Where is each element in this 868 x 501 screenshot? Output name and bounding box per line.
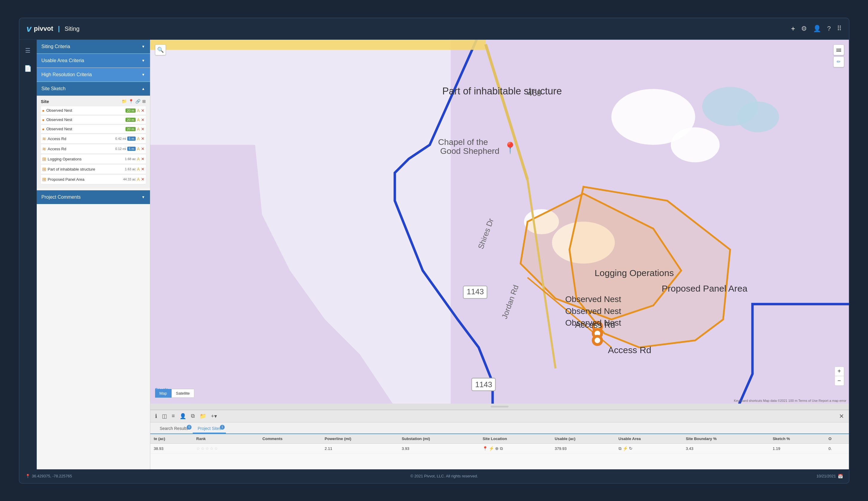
settings-icon[interactable]: ⚙ — [801, 25, 807, 33]
usable-area-section: Usable Area Criteria ▼ — [37, 54, 150, 68]
access-rd-delete-1[interactable]: ✕ — [141, 136, 144, 141]
add-icon[interactable]: + — [791, 24, 795, 33]
site-sketch-section: Site Sketch ▲ — [37, 82, 150, 96]
site-title: Site — [41, 99, 49, 104]
logging-edit[interactable]: A — [137, 157, 140, 161]
panel-table-container: te (ac) Rank Comments Powerline (mi) Sub… — [150, 434, 849, 469]
site-title-row: Site 📁 📍 🔗 ⊞ — [41, 99, 146, 104]
observed-nest-delete-1[interactable]: ✕ — [141, 108, 144, 113]
usable-refresh-icon[interactable]: ↻ — [629, 446, 633, 451]
site-grid-icon[interactable]: ⊞ — [142, 99, 146, 104]
panel-area-delete[interactable]: ✕ — [141, 177, 144, 182]
list-item: ≋ Access Rd 0.12 mi 5 m A ✕ — [41, 144, 146, 154]
svg-text:1143: 1143 — [475, 380, 492, 389]
map-draw-button[interactable]: ✏ — [833, 56, 844, 67]
map-container[interactable]: 1194 — [150, 40, 849, 404]
footer-calendar-icon: 📅 — [838, 474, 843, 479]
sidebar-document-icon[interactable]: 📄 — [22, 62, 34, 74]
panel-add-icon[interactable]: +▾ — [211, 413, 217, 419]
star-4[interactable]: ☆ — [210, 446, 214, 451]
svg-rect-42 — [836, 50, 841, 51]
site-sketch-chevron: ▲ — [142, 87, 145, 91]
map-search-button[interactable]: 🔍 — [155, 44, 166, 55]
map-type-map[interactable]: Map — [155, 389, 172, 398]
high-res-header[interactable]: High Resolution Criteria ▼ — [37, 68, 150, 82]
siting-criteria-header[interactable]: Siting Criteria ▼ — [37, 40, 150, 53]
location-copy-icon[interactable]: ⧉ — [500, 446, 503, 451]
access-rd-edit-1[interactable]: A — [137, 136, 140, 141]
logo-brand: pivvot — [34, 25, 53, 33]
tab-search-results[interactable]: Search Results 0 — [155, 424, 193, 434]
inhabitable-icon: ⊞ — [42, 167, 46, 172]
grid-icon[interactable]: ⠿ — [837, 25, 842, 33]
star-rating[interactable]: ☆ ☆ ☆ ☆ ☆ — [196, 446, 256, 451]
star-3[interactable]: ☆ — [205, 446, 209, 451]
usable-bolt-icon[interactable]: ⚡ — [623, 446, 628, 451]
observed-nest-edit-3[interactable]: A — [137, 127, 140, 131]
logging-delete[interactable]: ✕ — [141, 157, 144, 161]
bottom-panel: ℹ ◫ ≡ 👤 ⧉ 📁 +▾ ✕ Search Results 0 — [150, 409, 849, 469]
access-rd-name-1: Access Rd — [48, 137, 115, 141]
observed-nest-icon-1: ● — [42, 108, 44, 113]
help-icon[interactable]: ? — [827, 25, 831, 33]
access-rd-delete-2[interactable]: ✕ — [141, 146, 144, 151]
inhabitable-edit[interactable]: A — [137, 167, 140, 171]
observed-nest-icon-3: ● — [42, 127, 44, 131]
svg-text:1143: 1143 — [467, 287, 484, 296]
star-2[interactable]: ☆ — [201, 446, 205, 451]
location-target-icon[interactable]: ⊕ — [495, 446, 499, 451]
col-site-boundary: Site Boundary % — [682, 434, 769, 444]
zoom-in-button[interactable]: + — [835, 366, 844, 376]
observed-nest-delete-3[interactable]: ✕ — [141, 127, 144, 131]
usable-copy-icon[interactable]: ⧉ — [619, 446, 621, 451]
access-rd-value-1: 5 m — [127, 137, 136, 141]
panel-list-icon[interactable]: ≡ — [172, 413, 175, 419]
usable-area-header[interactable]: Usable Area Criteria ▼ — [37, 54, 150, 67]
observed-nest-delete-2[interactable]: ✕ — [141, 117, 144, 122]
panel-area-name: Proposed Panel Area — [48, 177, 123, 182]
project-comments-label: Project Comments — [42, 194, 81, 200]
inhabitable-delete[interactable]: ✕ — [141, 167, 144, 171]
access-rd-edit-2[interactable]: A — [137, 146, 140, 151]
panel-drag-handle[interactable] — [150, 404, 849, 409]
col-usable-area: Usable Area — [615, 434, 682, 444]
list-item: ● Observed Nest 20 m A ✕ — [41, 106, 146, 115]
site-link-icon[interactable]: 🔗 — [135, 99, 140, 104]
panel-folder-icon[interactable]: 📁 — [200, 413, 206, 419]
svg-text:Good Shepherd: Good Shepherd — [440, 146, 499, 156]
panel-info-icon[interactable]: ℹ — [155, 413, 157, 419]
access-rd-name-2: Access Rd — [48, 147, 115, 151]
location-icon[interactable]: 📍 — [483, 446, 487, 451]
star-1[interactable]: ☆ — [196, 446, 200, 451]
panel-area-edit[interactable]: A — [137, 177, 140, 182]
cell-rank[interactable]: ☆ ☆ ☆ ☆ ☆ — [193, 443, 259, 454]
observed-nest-edit-2[interactable]: A — [137, 117, 140, 122]
tab-project-sites[interactable]: Project Sites 1 — [193, 424, 226, 434]
panel-layers-icon[interactable]: ◫ — [162, 413, 167, 419]
user-icon[interactable]: 👤 — [813, 25, 821, 33]
panel-person-icon[interactable]: 👤 — [180, 413, 186, 419]
map-type-satellite[interactable]: Satellite — [172, 389, 194, 398]
location-bolt-icon[interactable]: ⚡ — [489, 446, 494, 451]
list-item: ⊞ Proposed Panel Area 44.33 ac A ✕ — [41, 175, 146, 184]
usable-area-chevron: ▼ — [142, 58, 145, 63]
observed-nest-edit-1[interactable]: A — [137, 108, 140, 113]
site-folder-icon[interactable]: 📁 — [121, 99, 127, 104]
col-rank: Rank — [193, 434, 259, 444]
map-layers-button[interactable] — [833, 44, 844, 55]
star-5[interactable]: ☆ — [214, 446, 218, 451]
cell-comments — [259, 443, 321, 454]
zoom-out-button[interactable]: − — [835, 376, 844, 386]
sidebar-layers-icon[interactable]: ☰ — [23, 44, 33, 56]
site-sketch-header[interactable]: Site Sketch ▲ — [37, 82, 150, 96]
site-section: Site 📁 📍 🔗 ⊞ ● Observed Nest 20 m A ✕ — [37, 96, 150, 188]
panel-close-button[interactable]: ✕ — [839, 413, 844, 420]
svg-text:Proposed Panel Area: Proposed Panel Area — [662, 283, 747, 293]
site-location-icon[interactable]: 📍 — [128, 99, 133, 104]
logo-separator: | — [58, 25, 60, 33]
panel-copy-icon[interactable]: ⧉ — [191, 413, 195, 419]
project-comments-header[interactable]: Project Comments ▼ — [37, 190, 150, 204]
drag-handle-bar — [491, 406, 508, 407]
observed-nest-icon-2: ● — [42, 117, 44, 122]
svg-text:Access Rd: Access Rd — [575, 320, 615, 330]
